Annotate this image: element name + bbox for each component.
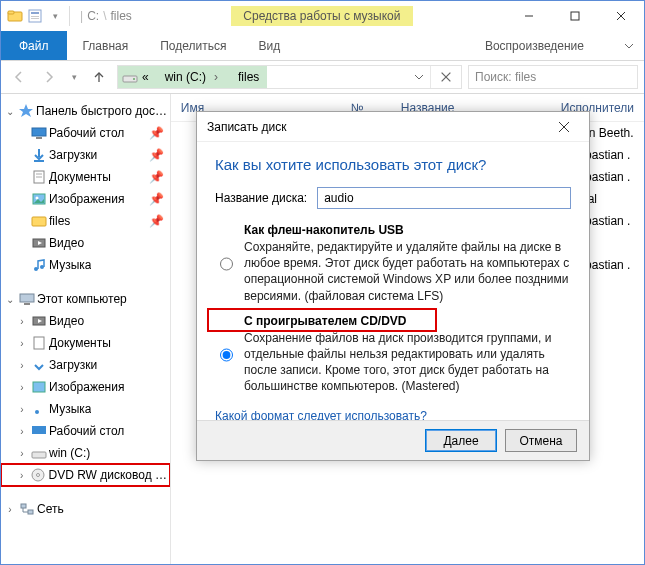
next-button[interactable]: Далее (425, 429, 497, 452)
svg-rect-16 (32, 128, 46, 136)
maximize-button[interactable] (552, 1, 598, 31)
collapse-icon[interactable]: ⌄ (3, 292, 17, 306)
address-bar[interactable]: « win (C:) › files (117, 65, 462, 89)
expand-icon[interactable]: › (15, 314, 29, 328)
pin-icon: 📌 (149, 170, 164, 184)
tree-pc-music[interactable]: ›Музыка (1, 398, 170, 420)
tree-pc-desktop[interactable]: ›Рабочий стол (1, 420, 170, 442)
tab-playback[interactable]: Воспроизведение (455, 31, 614, 60)
tree-quick-access[interactable]: ⌄ Панель быстрого доступа (1, 100, 170, 122)
addr-dropdown-button[interactable] (408, 66, 430, 88)
svg-point-35 (35, 410, 39, 414)
tree-desktop[interactable]: Рабочий стол📌 (1, 122, 170, 144)
nav-history-button[interactable]: ▾ (67, 65, 81, 89)
tab-view[interactable]: Вид (242, 31, 296, 60)
tree-this-pc[interactable]: ⌄ Этот компьютер (1, 288, 170, 310)
option-cddvd[interactable]: С проигрывателем CD/DVD Сохранение файло… (215, 314, 571, 395)
dialog-buttons: Далее Отмена (197, 420, 589, 460)
desktop-icon (31, 125, 47, 141)
svg-rect-37 (32, 452, 46, 458)
contextual-tab-header: Средства работы с музыкой (231, 1, 412, 31)
nav-up-button[interactable] (87, 65, 111, 89)
addr-segment-drive[interactable]: win (C:) › (157, 66, 230, 88)
expand-icon[interactable]: › (15, 424, 29, 438)
videos-icon (31, 235, 47, 251)
tree-documents[interactable]: Документы📌 (1, 166, 170, 188)
ribbon-expand-icon[interactable] (614, 31, 644, 60)
pin-icon: 📌 (149, 148, 164, 162)
title-path: | C: \ files (80, 9, 132, 23)
disc-label-input[interactable] (317, 187, 571, 209)
svg-rect-36 (32, 426, 46, 434)
expand-icon[interactable]: › (15, 468, 28, 482)
dialog-close-button[interactable] (549, 112, 579, 142)
pictures-icon (31, 191, 47, 207)
titlebar: ▾ | C: \ files Средства работы с музыкой (1, 1, 644, 31)
tree-pc-downloads[interactable]: ›Загрузки (1, 354, 170, 376)
expand-icon[interactable]: › (15, 336, 29, 350)
tree-network[interactable]: ›Сеть (1, 498, 170, 520)
addr-root[interactable]: « (118, 66, 157, 88)
tree-downloads[interactable]: Загрузки📌 (1, 144, 170, 166)
expand-icon[interactable]: › (15, 402, 29, 416)
svg-rect-3 (31, 12, 39, 14)
tab-share[interactable]: Поделиться (144, 31, 242, 60)
ribbon: Файл Главная Поделиться Вид Воспроизведе… (1, 31, 644, 61)
option-usb[interactable]: Как флеш-накопитель USB Сохраняйте, реда… (215, 223, 571, 304)
chevron-down-icon[interactable]: ▾ (47, 8, 63, 24)
refresh-button[interactable] (430, 66, 461, 88)
nav-forward-button[interactable] (37, 65, 61, 89)
title-folder: files (110, 9, 131, 23)
expand-icon[interactable]: › (15, 380, 29, 394)
tree-music[interactable]: Музыка (1, 254, 170, 276)
tree-files[interactable]: files📌 (1, 210, 170, 232)
star-icon (18, 103, 34, 119)
burn-disc-dialog: Записать диск Как вы хотите использовать… (196, 111, 590, 461)
expand-icon[interactable]: › (15, 446, 29, 460)
title-drive: C: (87, 9, 99, 23)
drive-icon (122, 69, 138, 85)
expand-icon[interactable]: › (15, 358, 29, 372)
tree-pc-drive[interactable]: ›win (C:) (1, 442, 170, 464)
quick-access-toolbar: ▾ | C: \ files (1, 1, 138, 31)
drive-icon (31, 445, 47, 461)
folder-icon (7, 8, 23, 24)
explorer-window: ▾ | C: \ files Средства работы с музыкой (0, 0, 645, 565)
tree-videos[interactable]: Видео (1, 232, 170, 254)
nav-tree: ⌄ Панель быстрого доступа Рабочий стол📌 … (1, 94, 171, 564)
cancel-button[interactable]: Отмена (505, 429, 577, 452)
svg-point-12 (133, 78, 135, 80)
tab-home[interactable]: Главная (67, 31, 145, 60)
svg-rect-34 (33, 382, 45, 392)
close-button[interactable] (598, 1, 644, 31)
tree-pc-documents[interactable]: ›Документы (1, 332, 170, 354)
music-icon (31, 401, 47, 417)
search-input[interactable]: Поиск: files (468, 65, 638, 89)
tree-pc-pictures[interactable]: ›Изображения (1, 376, 170, 398)
svg-rect-17 (36, 137, 42, 139)
computer-icon (19, 291, 35, 307)
collapse-icon[interactable]: ⌄ (3, 104, 16, 118)
disc-icon (30, 467, 46, 483)
search-placeholder: Поиск: files (475, 70, 536, 84)
minimize-button[interactable] (506, 1, 552, 31)
radio-usb[interactable] (220, 224, 233, 304)
tab-file[interactable]: Файл (1, 31, 67, 60)
addr-segment-folder[interactable]: files (230, 66, 267, 88)
svg-point-39 (37, 474, 40, 477)
dialog-heading: Как вы хотите использовать этот диск? (215, 156, 571, 173)
expand-icon[interactable]: › (3, 502, 17, 516)
svg-rect-40 (21, 504, 26, 508)
radio-cddvd[interactable] (220, 315, 233, 395)
tree-pc-dvd[interactable]: ›DVD RW дисковод (E:) (1, 464, 170, 486)
nav-back-button[interactable] (7, 65, 31, 89)
svg-rect-30 (24, 303, 30, 305)
tree-pc-videos[interactable]: ›Видео (1, 310, 170, 332)
option-usb-title: Как флеш-накопитель USB (244, 223, 571, 237)
pictures-icon (31, 379, 47, 395)
svg-rect-4 (31, 16, 39, 17)
desktop-icon (31, 423, 47, 439)
contextual-tab-label: Средства работы с музыкой (231, 6, 412, 26)
properties-icon[interactable] (27, 8, 43, 24)
tree-pictures[interactable]: Изображения📌 (1, 188, 170, 210)
